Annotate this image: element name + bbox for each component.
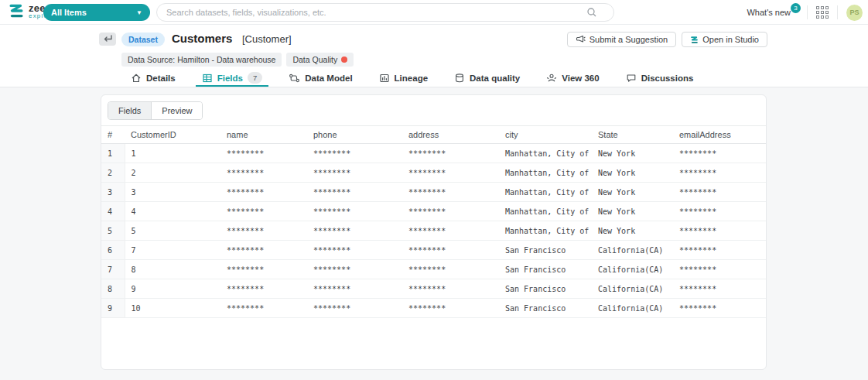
toggle-preview-button[interactable]: Preview [152,102,202,119]
cell-index: 5 [101,221,125,241]
preview-table: # CustomerID name phone address city Sta… [101,125,766,318]
column-header-address: address [402,126,499,144]
data-source-label: Data Source: Hamilton - Data warehouse [128,55,275,64]
apps-grid-icon[interactable] [816,6,829,19]
column-header-name: name [220,126,307,144]
whats-new-label: What's new [747,8,791,17]
chevron-down-icon: ▼ [136,9,142,16]
cell-address: ******** [402,279,499,299]
open-in-studio-label: Open in Studio [702,35,759,44]
tab-discussions-label: Discussions [641,74,694,83]
search-input[interactable] [156,3,614,22]
cell-name: ******** [220,299,307,318]
megaphone-icon [576,35,586,44]
cell-emailaddress: ******** [673,144,766,163]
search-scope-dropdown[interactable]: All Items ▼ [43,4,150,21]
cell-city: San Francisco [499,241,592,260]
column-header-index: # [101,126,125,144]
tab-view-360[interactable]: View 360 [545,69,600,87]
cell-address: ******** [402,163,499,183]
cell-address: ******** [402,144,499,163]
fields-preview-toggle: Fields Preview [108,101,203,120]
tab-lineage[interactable]: Lineage [378,69,429,87]
cell-customerid: 7 [125,241,220,260]
toggle-fields-button[interactable]: Fields [108,102,152,119]
studio-logo-icon [690,36,699,44]
top-navigation-bar: zeenea explorer All Items ▼ What's new 3… [0,0,868,25]
open-in-studio-button[interactable]: Open in Studio [682,32,767,47]
cell-city: San Francisco [499,260,592,279]
cell-phone: ******** [307,144,402,163]
page-title: Customers [172,32,232,45]
column-header-city: city [499,126,592,144]
database-icon [454,73,465,84]
tab-discussions[interactable]: Discussions [624,69,695,87]
cell-customerid: 1 [125,144,220,163]
column-header-emailaddress: emailAddress [673,126,766,144]
cell-emailaddress: ******** [673,163,766,183]
cell-state: New York [592,221,673,241]
tab-data-quality[interactable]: Data quality [453,69,521,87]
table-row: 3 3 ******** ******** ******** Manhattan… [101,183,766,202]
cell-city: Manhattan, City of New .. [499,221,592,241]
tab-data-quality-label: Data quality [470,74,520,83]
cell-customerid: 10 [125,299,220,318]
table-row: 1 1 ******** ******** ******** Manhattan… [101,144,766,163]
cell-name: ******** [220,183,307,202]
cell-name: ******** [220,260,307,279]
back-button[interactable] [99,33,116,46]
cell-name: ******** [220,221,307,241]
submit-suggestion-button[interactable]: Submit a Suggestion [567,32,677,47]
table-icon [202,73,213,84]
cell-address: ******** [402,299,499,318]
table-row: 4 4 ******** ******** ******** Manhattan… [101,202,766,221]
whats-new-link[interactable]: What's new 3 [747,8,798,17]
zeenea-logo-icon [8,2,25,19]
user-avatar[interactable]: PS [846,5,863,21]
person-360-icon [546,73,557,84]
cell-index: 4 [101,202,125,221]
dataset-tabs: Details Fields 7 Data Model Lineage Data… [0,69,868,87]
cell-phone: ******** [307,241,402,260]
cell-phone: ******** [307,183,402,202]
table-row: 6 7 ******** ******** ******** San Franc… [101,241,766,260]
main-content: Fields Preview # CustomerID name phone a… [0,88,868,380]
tab-details-label: Details [146,74,176,83]
cell-phone: ******** [307,279,402,299]
search-icon [586,7,597,18]
cell-name: ******** [220,163,307,183]
cell-index: 8 [101,279,125,299]
tab-fields[interactable]: Fields 7 [200,69,265,87]
table-row: 8 9 ******** ******** ******** San Franc… [101,279,766,299]
data-source-chip: Data Source: Hamilton - Data warehouse [121,53,282,67]
table-row: 5 5 ******** ******** ******** Manhattan… [101,221,766,241]
data-model-icon [289,73,300,84]
tab-data-model[interactable]: Data Model [287,69,354,87]
tab-details[interactable]: Details [129,69,177,87]
submit-suggestion-label: Submit a Suggestion [589,35,668,44]
cell-city: San Francisco [499,299,592,318]
cell-state: California(CA) [592,299,673,318]
cell-index: 2 [101,163,125,183]
cell-address: ******** [402,202,499,221]
page-subtitle: [Customer] [242,33,292,45]
data-quality-label: Data Quality [292,55,337,64]
whats-new-count-badge: 3 [791,3,801,13]
table-row: 2 2 ******** ******** ******** Manhattan… [101,163,766,183]
cell-index: 1 [101,144,125,163]
cell-name: ******** [220,144,307,163]
divider [807,5,808,19]
cell-emailaddress: ******** [673,183,766,202]
cell-city: Manhattan, City of New .. [499,183,592,202]
cell-customerid: 9 [125,279,220,299]
column-header-phone: phone [307,126,402,144]
cell-state: New York [592,202,673,221]
cell-index: 6 [101,241,125,260]
preview-card: Fields Preview # CustomerID name phone a… [101,94,767,370]
cell-customerid: 3 [125,183,220,202]
cell-city: Manhattan, City of New .. [499,202,592,221]
cell-name: ******** [220,202,307,221]
cell-emailaddress: ******** [673,279,766,299]
search-scope-label: All Items [51,8,87,17]
cell-phone: ******** [307,221,402,241]
